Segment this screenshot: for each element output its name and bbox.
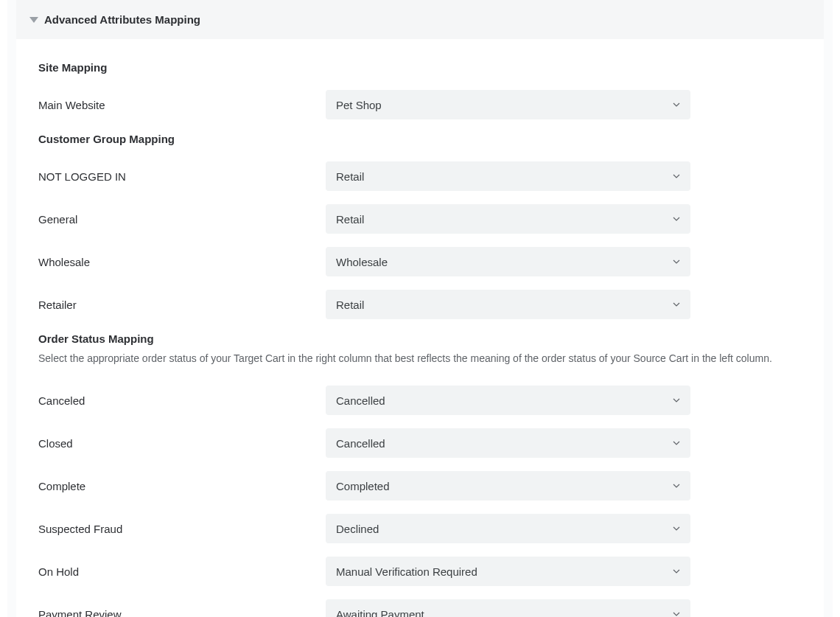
- not-logged-in-select-value: Retail: [336, 170, 364, 183]
- not-logged-in-select-wrap: Retail: [326, 161, 690, 191]
- closed-select-wrap: Cancelled: [326, 428, 690, 458]
- complete-select-wrap: Completed: [326, 471, 690, 501]
- suspected-fraud-select-display: Declined: [326, 514, 690, 543]
- complete-label: Complete: [38, 480, 326, 492]
- payment-review-select[interactable]: Awaiting Payment: [326, 599, 690, 617]
- canceled-select[interactable]: Cancelled: [326, 386, 690, 415]
- suspected-fraud-select-value: Declined: [336, 523, 379, 535]
- canceled-select-wrap: Cancelled: [326, 386, 690, 415]
- canceled-select-display: Cancelled: [326, 386, 690, 415]
- chevron-down-icon: [673, 484, 680, 488]
- closed-label: Closed: [38, 437, 326, 450]
- page-outer: Advanced Attributes Mapping Site Mapping…: [7, 0, 833, 617]
- chevron-down-icon: [673, 174, 680, 178]
- general-select-value: Retail: [336, 213, 364, 226]
- site-mapping-row: Main Website Pet Shop: [38, 90, 802, 119]
- payment-review-select-display: Awaiting Payment: [326, 599, 690, 617]
- retailer-label: Retailer: [38, 299, 326, 311]
- main-website-select-value: Pet Shop: [336, 99, 382, 111]
- main-website-select-wrap: Pet Shop: [326, 90, 690, 119]
- order-status-mapping-desc: Select the appropriate order status of y…: [38, 351, 802, 366]
- main-website-select[interactable]: Pet Shop: [326, 90, 690, 119]
- chevron-down-icon: [673, 217, 680, 221]
- suspected-fraud-select[interactable]: Declined: [326, 514, 690, 543]
- chevron-down-icon: [673, 526, 680, 531]
- order-status-row: On Hold Manual Verification Required: [38, 557, 802, 586]
- customer-group-row: NOT LOGGED IN Retail: [38, 161, 802, 191]
- order-status-row: Suspected Fraud Declined: [38, 514, 802, 543]
- customer-group-mapping-heading: Customer Group Mapping: [38, 133, 802, 145]
- chevron-down-icon: [673, 612, 680, 616]
- payment-review-label: Payment Review: [38, 608, 326, 618]
- on-hold-select-wrap: Manual Verification Required: [326, 557, 690, 586]
- order-status-row: Canceled Cancelled: [38, 386, 802, 415]
- order-status-row: Closed Cancelled: [38, 428, 802, 458]
- chevron-down-icon: [673, 398, 680, 402]
- on-hold-select-value: Manual Verification Required: [336, 565, 477, 578]
- wholesale-select-value: Wholesale: [336, 256, 388, 268]
- retailer-select-value: Retail: [336, 299, 364, 311]
- advanced-attributes-mapping-panel: Advanced Attributes Mapping Site Mapping…: [16, 0, 824, 617]
- retailer-select[interactable]: Retail: [326, 290, 690, 319]
- chevron-down-icon: [673, 102, 680, 107]
- customer-group-row: General Retail: [38, 204, 802, 234]
- main-website-select-display: Pet Shop: [326, 90, 690, 119]
- on-hold-label: On Hold: [38, 565, 326, 578]
- chevron-down-icon: [673, 259, 680, 264]
- panel-title: Advanced Attributes Mapping: [44, 13, 200, 26]
- on-hold-select-display: Manual Verification Required: [326, 557, 690, 586]
- wholesale-select-display: Wholesale: [326, 247, 690, 276]
- chevron-down-icon: [673, 302, 680, 307]
- payment-review-select-wrap: Awaiting Payment: [326, 599, 690, 617]
- canceled-select-value: Cancelled: [336, 394, 385, 407]
- customer-group-row: Wholesale Wholesale: [38, 247, 802, 276]
- suspected-fraud-label: Suspected Fraud: [38, 523, 326, 535]
- on-hold-select[interactable]: Manual Verification Required: [326, 557, 690, 586]
- chevron-down-icon: [673, 441, 680, 445]
- payment-review-select-value: Awaiting Payment: [336, 608, 424, 618]
- site-mapping-heading: Site Mapping: [38, 61, 802, 74]
- not-logged-in-select-display: Retail: [326, 161, 690, 191]
- retailer-select-wrap: Retail: [326, 290, 690, 319]
- panel-body: Site Mapping Main Website Pet Shop C: [16, 54, 824, 617]
- retailer-select-display: Retail: [326, 290, 690, 319]
- collapse-caret-icon: [29, 17, 38, 23]
- wholesale-select-wrap: Wholesale: [326, 247, 690, 276]
- closed-select[interactable]: Cancelled: [326, 428, 690, 458]
- wholesale-select[interactable]: Wholesale: [326, 247, 690, 276]
- general-select-display: Retail: [326, 204, 690, 234]
- general-select-wrap: Retail: [326, 204, 690, 234]
- canceled-label: Canceled: [38, 394, 326, 407]
- panel-header[interactable]: Advanced Attributes Mapping: [16, 0, 824, 39]
- main-website-label: Main Website: [38, 99, 326, 111]
- order-status-row: Payment Review Awaiting Payment: [38, 599, 802, 617]
- wholesale-label: Wholesale: [38, 256, 326, 268]
- not-logged-in-label: NOT LOGGED IN: [38, 170, 326, 183]
- order-status-mapping-heading: Order Status Mapping: [38, 332, 802, 345]
- not-logged-in-select[interactable]: Retail: [326, 161, 690, 191]
- general-label: General: [38, 213, 326, 226]
- complete-select-display: Completed: [326, 471, 690, 501]
- chevron-down-icon: [673, 569, 680, 574]
- suspected-fraud-select-wrap: Declined: [326, 514, 690, 543]
- closed-select-display: Cancelled: [326, 428, 690, 458]
- closed-select-value: Cancelled: [336, 437, 385, 450]
- customer-group-row: Retailer Retail: [38, 290, 802, 319]
- complete-select-value: Completed: [336, 480, 390, 492]
- order-status-row: Complete Completed: [38, 471, 802, 501]
- complete-select[interactable]: Completed: [326, 471, 690, 501]
- general-select[interactable]: Retail: [326, 204, 690, 234]
